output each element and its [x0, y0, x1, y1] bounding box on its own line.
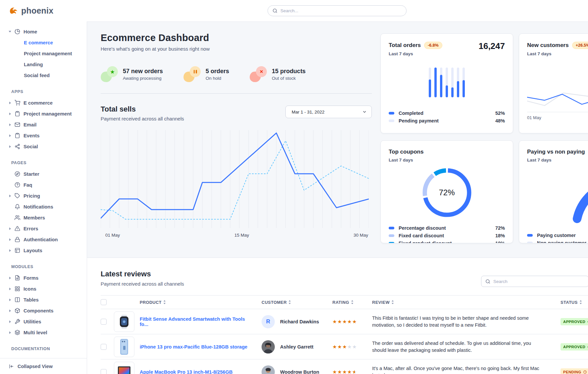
sidebar-item-layouts[interactable]: Layouts — [5, 245, 84, 256]
top-coupons-center-value: 72% — [422, 168, 472, 217]
status-badge: APPROVED — [561, 318, 588, 325]
sidebar-item-authentication[interactable]: Authentication — [5, 234, 84, 245]
row-checkbox[interactable] — [101, 319, 107, 325]
compass-icon — [15, 171, 20, 177]
sidebar-item-e-commerce[interactable]: E commerce — [5, 97, 84, 108]
new-customers-title: New customers — [527, 42, 569, 49]
bell-icon — [15, 204, 20, 210]
column-header-customer[interactable]: CUSTOMER — [262, 300, 332, 305]
paying-card: Paying vs non paying Last 7 days Paying … — [519, 140, 588, 243]
sidebar-item-label: E commerce — [24, 100, 53, 106]
sidebar-item-label: Forms — [24, 275, 38, 281]
columns-icon — [15, 297, 20, 303]
star-filled-icon: ★ — [347, 369, 352, 374]
caret-right-icon — [7, 227, 13, 230]
sidebar-item-social[interactable]: Social — [5, 141, 84, 152]
rating-stars: ★★★★★★ — [332, 369, 369, 374]
sidebar-subitem-project-management[interactable]: Project management — [5, 48, 84, 59]
sidebar-subitem-e-commerce[interactable]: E commerce — [5, 37, 84, 48]
legend-value: 72% — [495, 225, 505, 231]
column-header-rating[interactable]: RATING — [332, 300, 369, 305]
sidebar: HomeE commerceProject managementLandingS… — [0, 22, 87, 374]
date-range-select[interactable]: Mar 1 - 31, 2022 — [285, 106, 372, 118]
sidebar-item-icons[interactable]: Icons — [5, 283, 84, 294]
reviews-search — [481, 276, 588, 287]
sidebar-item-errors[interactable]: Errors — [5, 223, 84, 234]
legend-swatch — [389, 119, 394, 122]
sidebar-item-home[interactable]: Home — [5, 26, 84, 37]
star-filled-icon: ★ — [342, 344, 347, 350]
sidebar-item-label: Components — [24, 308, 53, 313]
sidebar-item-label: Home — [24, 29, 37, 34]
sidebar-item-label: Faq — [24, 182, 32, 188]
sidebar-item-label: Pricing — [24, 193, 40, 199]
stat-caption: Awating processing — [123, 76, 163, 81]
legend-value: 48% — [495, 118, 505, 123]
row-checkbox[interactable] — [101, 344, 107, 350]
star-filled-icon: ★ — [332, 319, 337, 325]
product-thumbnail[interactable] — [114, 362, 134, 374]
sidebar-subitem-label: Social feed — [24, 73, 50, 78]
status-label: APPROVED — [563, 345, 585, 349]
sidebar-item-multi-level[interactable]: Multi level — [5, 327, 84, 338]
legend-value: 10% — [495, 241, 505, 244]
sidebar-item-forms[interactable]: Forms — [5, 272, 84, 283]
stat-art — [183, 66, 201, 82]
alert-triangle-icon — [15, 226, 20, 231]
caret-right-icon — [7, 195, 13, 197]
sort-icon — [351, 300, 354, 304]
sidebar-collapse-toggle[interactable]: Collapsed View — [0, 358, 87, 374]
product-link[interactable]: Fitbit Sense Advanced Smartwatch with To… — [140, 316, 262, 327]
sidebar-item-email[interactable]: Email — [5, 119, 84, 130]
sidebar-item-utilities[interactable]: Utilities — [5, 316, 84, 327]
tag-icon — [15, 193, 20, 199]
product-thumbnail[interactable] — [114, 337, 134, 357]
top-coupons-period: Last 7 days — [389, 158, 505, 163]
sidebar-item-notifications[interactable]: Notifications — [5, 201, 84, 212]
column-header-review[interactable]: REVIEW — [369, 300, 554, 305]
product-link[interactable]: Apple MacBook Pro 13 inch-M1-8/256GB — [140, 369, 262, 374]
sidebar-nav: HomeE commerceProject managementLandingS… — [5, 26, 84, 351]
help-circle-icon — [15, 182, 20, 188]
sidebar-item-components[interactable]: Components — [5, 305, 84, 316]
sidebar-subitem-label: Landing — [24, 62, 43, 67]
hero-divider — [101, 93, 372, 94]
reviews-search-input[interactable] — [493, 279, 584, 284]
sidebar-item-faq[interactable]: Faq — [5, 179, 84, 190]
sidebar-item-events[interactable]: Events — [5, 130, 84, 141]
sidebar-item-starter[interactable]: Starter — [5, 168, 84, 179]
chevron-down-icon — [362, 110, 367, 114]
sidebar-item-project-management[interactable]: Project management — [5, 108, 84, 119]
column-header-product[interactable]: PRODUCT — [140, 300, 262, 305]
rating-stars: ★★★★★ — [332, 319, 369, 325]
sidebar-item-pricing[interactable]: Pricing — [5, 190, 84, 201]
order-bar — [434, 68, 437, 97]
caret-right-icon — [7, 331, 13, 334]
stat-caption: Out of stock — [272, 76, 306, 81]
sidebar-item-label: Icons — [24, 286, 36, 292]
x-axis-labels: 01 May 15 May 30 May — [101, 233, 369, 239]
sidebar-item-members[interactable]: Members — [5, 212, 84, 223]
top-coupons-title: Top coupons — [389, 149, 423, 155]
legend-swatch — [389, 112, 394, 115]
total-orders-bar-chart — [429, 68, 465, 97]
global-search-input[interactable] — [280, 8, 402, 13]
row-checkbox[interactable] — [101, 369, 107, 374]
column-header-status[interactable]: STATUS — [554, 300, 588, 305]
legend-label: Pending payment — [399, 118, 495, 123]
brand-logo[interactable]: phoenix — [0, 6, 53, 16]
sidebar-item-label: Multi level — [24, 330, 47, 335]
product-link[interactable]: iPhone 13 pro max-Pacific Blue-128GB sto… — [140, 344, 262, 350]
page-title: Ecommerce Dashboard — [101, 32, 372, 43]
total-orders-title: Total orders — [389, 42, 421, 49]
caret-right-icon — [7, 134, 13, 137]
select-all-checkbox[interactable] — [101, 299, 107, 305]
product-thumbnail[interactable] — [114, 311, 134, 332]
star-filled-icon: ★ — [342, 369, 347, 374]
x-label-start: 01 May — [105, 233, 120, 238]
caret-right-icon — [7, 299, 13, 301]
legend-swatch — [527, 234, 533, 237]
sidebar-subitem-social-feed[interactable]: Social feed — [5, 70, 84, 81]
sidebar-item-tables[interactable]: Tables — [5, 294, 84, 305]
sidebar-subitem-landing[interactable]: Landing — [5, 59, 84, 70]
